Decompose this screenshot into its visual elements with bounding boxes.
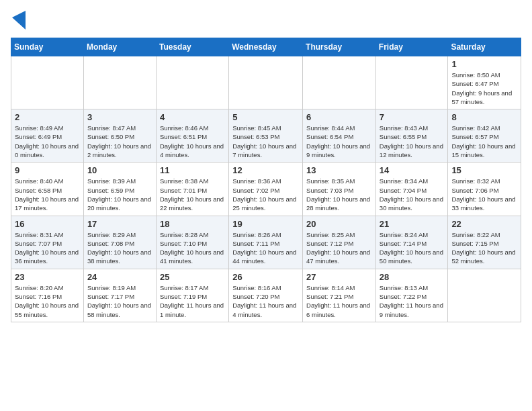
- calendar-cell: [156, 56, 228, 109]
- svg-marker-0: [12, 11, 26, 30]
- calendar-week-3: 9Sunrise: 8:40 AM Sunset: 6:58 PM Daylig…: [11, 163, 521, 216]
- day-info: Sunrise: 8:24 AM Sunset: 7:14 PM Dayligh…: [380, 230, 445, 266]
- day-number: 2: [15, 112, 80, 122]
- calendar-cell: 22Sunrise: 8:22 AM Sunset: 7:15 PM Dayli…: [448, 216, 521, 269]
- calendar-cell: 14Sunrise: 8:34 AM Sunset: 7:04 PM Dayli…: [375, 163, 448, 216]
- calendar-cell: 13Sunrise: 8:35 AM Sunset: 7:03 PM Dayli…: [303, 163, 376, 216]
- calendar-cell: [229, 56, 303, 109]
- day-info: Sunrise: 8:19 AM Sunset: 7:17 PM Dayligh…: [87, 283, 152, 319]
- day-info: Sunrise: 8:25 AM Sunset: 7:12 PM Dayligh…: [306, 230, 372, 266]
- day-number: 26: [232, 272, 299, 282]
- calendar-cell: 17Sunrise: 8:29 AM Sunset: 7:08 PM Dayli…: [83, 216, 156, 269]
- day-info: Sunrise: 8:32 AM Sunset: 7:06 PM Dayligh…: [451, 177, 517, 212]
- day-number: 21: [380, 219, 445, 229]
- calendar-cell: 24Sunrise: 8:19 AM Sunset: 7:17 PM Dayli…: [83, 269, 156, 322]
- calendar-header-row: SundayMondayTuesdayWednesdayThursdayFrid…: [11, 38, 521, 56]
- calendar-cell: 12Sunrise: 8:36 AM Sunset: 7:02 PM Dayli…: [229, 163, 303, 216]
- calendar-cell: 28Sunrise: 8:13 AM Sunset: 7:22 PM Dayli…: [375, 269, 448, 322]
- calendar-cell: [303, 56, 376, 109]
- day-info: Sunrise: 8:20 AM Sunset: 7:16 PM Dayligh…: [15, 283, 80, 319]
- calendar-cell: [375, 56, 448, 109]
- calendar-cell: 10Sunrise: 8:39 AM Sunset: 6:59 PM Dayli…: [83, 163, 156, 216]
- calendar-week-1: 1Sunrise: 8:50 AM Sunset: 6:47 PM Daylig…: [11, 56, 521, 109]
- calendar-cell: 21Sunrise: 8:24 AM Sunset: 7:14 PM Dayli…: [375, 216, 448, 269]
- calendar-cell: 1Sunrise: 8:50 AM Sunset: 6:47 PM Daylig…: [448, 56, 521, 109]
- calendar-cell: 26Sunrise: 8:16 AM Sunset: 7:20 PM Dayli…: [229, 269, 303, 322]
- day-number: 19: [232, 219, 299, 229]
- calendar-cell: 20Sunrise: 8:25 AM Sunset: 7:12 PM Dayli…: [303, 216, 376, 269]
- day-info: Sunrise: 8:45 AM Sunset: 6:53 PM Dayligh…: [232, 124, 299, 159]
- day-info: Sunrise: 8:46 AM Sunset: 6:51 PM Dayligh…: [160, 124, 225, 159]
- day-info: Sunrise: 8:49 AM Sunset: 6:49 PM Dayligh…: [15, 124, 80, 159]
- calendar-cell: 3Sunrise: 8:47 AM Sunset: 6:50 PM Daylig…: [83, 109, 156, 163]
- day-info: Sunrise: 8:22 AM Sunset: 7:15 PM Dayligh…: [451, 230, 517, 266]
- day-number: 23: [15, 272, 80, 282]
- day-number: 1: [451, 59, 517, 69]
- weekday-header-sunday: Sunday: [11, 38, 84, 56]
- day-info: Sunrise: 8:13 AM Sunset: 7:22 PM Dayligh…: [380, 283, 445, 319]
- day-number: 28: [380, 272, 445, 282]
- day-info: Sunrise: 8:39 AM Sunset: 6:59 PM Dayligh…: [87, 177, 152, 212]
- calendar-cell: 6Sunrise: 8:44 AM Sunset: 6:54 PM Daylig…: [303, 109, 376, 163]
- calendar-cell: 19Sunrise: 8:26 AM Sunset: 7:11 PM Dayli…: [229, 216, 303, 269]
- day-number: 10: [87, 165, 152, 175]
- calendar-cell: [83, 56, 156, 109]
- day-number: 16: [15, 219, 80, 229]
- day-info: Sunrise: 8:34 AM Sunset: 7:04 PM Dayligh…: [380, 177, 445, 212]
- calendar-cell: 25Sunrise: 8:17 AM Sunset: 7:19 PM Dayli…: [156, 269, 228, 322]
- day-info: Sunrise: 8:40 AM Sunset: 6:58 PM Dayligh…: [15, 177, 80, 212]
- day-number: 7: [380, 112, 445, 122]
- calendar-cell: 9Sunrise: 8:40 AM Sunset: 6:58 PM Daylig…: [11, 163, 84, 216]
- day-number: 9: [15, 165, 80, 175]
- day-number: 13: [306, 165, 372, 175]
- day-number: 11: [160, 165, 225, 175]
- logo-icon: [12, 11, 26, 30]
- calendar-cell: 23Sunrise: 8:20 AM Sunset: 7:16 PM Dayli…: [11, 269, 84, 322]
- calendar-week-4: 16Sunrise: 8:31 AM Sunset: 7:07 PM Dayli…: [11, 216, 521, 269]
- day-info: Sunrise: 8:31 AM Sunset: 7:07 PM Dayligh…: [15, 230, 80, 266]
- day-info: Sunrise: 8:14 AM Sunset: 7:21 PM Dayligh…: [306, 283, 372, 319]
- day-info: Sunrise: 8:50 AM Sunset: 6:47 PM Dayligh…: [451, 71, 517, 106]
- day-number: 20: [306, 219, 372, 229]
- day-number: 27: [306, 272, 372, 282]
- weekday-header-tuesday: Tuesday: [156, 38, 228, 56]
- day-number: 18: [160, 219, 225, 229]
- day-info: Sunrise: 8:28 AM Sunset: 7:10 PM Dayligh…: [160, 230, 225, 266]
- weekday-header-saturday: Saturday: [448, 38, 521, 56]
- day-info: Sunrise: 8:42 AM Sunset: 6:57 PM Dayligh…: [451, 124, 517, 159]
- day-number: 17: [87, 219, 152, 229]
- day-number: 6: [306, 112, 372, 122]
- day-info: Sunrise: 8:17 AM Sunset: 7:19 PM Dayligh…: [160, 283, 225, 319]
- day-number: 3: [87, 112, 152, 122]
- day-number: 15: [451, 165, 517, 175]
- day-info: Sunrise: 8:16 AM Sunset: 7:20 PM Dayligh…: [232, 283, 299, 319]
- calendar-cell: 15Sunrise: 8:32 AM Sunset: 7:06 PM Dayli…: [448, 163, 521, 216]
- day-info: Sunrise: 8:47 AM Sunset: 6:50 PM Dayligh…: [87, 124, 152, 159]
- calendar-cell: 8Sunrise: 8:42 AM Sunset: 6:57 PM Daylig…: [448, 109, 521, 163]
- day-info: Sunrise: 8:36 AM Sunset: 7:02 PM Dayligh…: [232, 177, 299, 212]
- day-info: Sunrise: 8:26 AM Sunset: 7:11 PM Dayligh…: [232, 230, 299, 266]
- calendar-cell: 2Sunrise: 8:49 AM Sunset: 6:49 PM Daylig…: [11, 109, 84, 163]
- page-header: [11, 11, 521, 30]
- day-info: Sunrise: 8:43 AM Sunset: 6:55 PM Dayligh…: [380, 124, 445, 159]
- calendar-cell: 16Sunrise: 8:31 AM Sunset: 7:07 PM Dayli…: [11, 216, 84, 269]
- day-number: 24: [87, 272, 152, 282]
- calendar-cell: 27Sunrise: 8:14 AM Sunset: 7:21 PM Dayli…: [303, 269, 376, 322]
- weekday-header-wednesday: Wednesday: [229, 38, 303, 56]
- calendar-cell: [11, 56, 84, 109]
- calendar-cell: 18Sunrise: 8:28 AM Sunset: 7:10 PM Dayli…: [156, 216, 228, 269]
- day-info: Sunrise: 8:29 AM Sunset: 7:08 PM Dayligh…: [87, 230, 152, 266]
- calendar-table: SundayMondayTuesdayWednesdayThursdayFrid…: [11, 38, 521, 322]
- calendar-cell: 11Sunrise: 8:38 AM Sunset: 7:01 PM Dayli…: [156, 163, 228, 216]
- day-number: 14: [380, 165, 445, 175]
- calendar-cell: 5Sunrise: 8:45 AM Sunset: 6:53 PM Daylig…: [229, 109, 303, 163]
- day-number: 8: [451, 112, 517, 122]
- calendar-cell: 7Sunrise: 8:43 AM Sunset: 6:55 PM Daylig…: [375, 109, 448, 163]
- day-info: Sunrise: 8:38 AM Sunset: 7:01 PM Dayligh…: [160, 177, 225, 212]
- day-number: 4: [160, 112, 225, 122]
- day-number: 25: [160, 272, 225, 282]
- day-number: 22: [451, 219, 517, 229]
- calendar-week-5: 23Sunrise: 8:20 AM Sunset: 7:16 PM Dayli…: [11, 269, 521, 322]
- logo: [11, 11, 26, 30]
- weekday-header-friday: Friday: [375, 38, 448, 56]
